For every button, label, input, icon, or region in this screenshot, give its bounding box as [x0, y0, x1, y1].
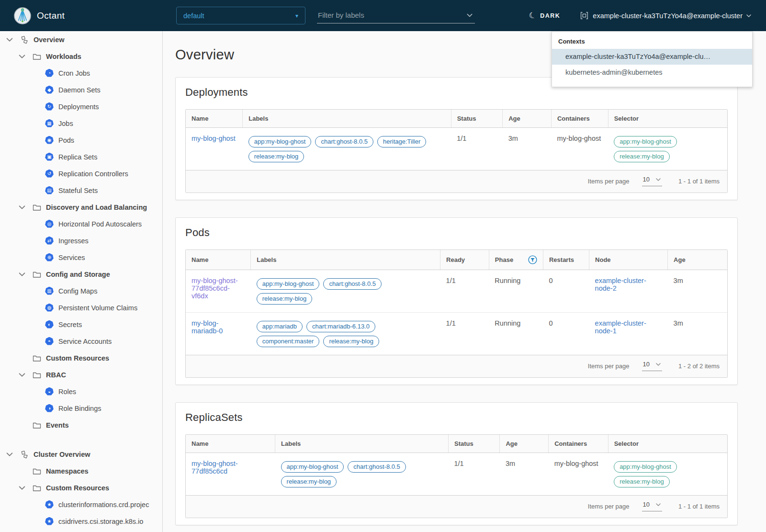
- sidebar-item-replica-sets[interactable]: Replica Sets: [0, 148, 162, 165]
- sidebar-item-custom-resources-cluster[interactable]: Custom Resources: [0, 479, 162, 496]
- node-link[interactable]: example-cluster-node-2: [595, 277, 646, 292]
- deployment-name-link[interactable]: my-blog-ghost: [192, 135, 236, 142]
- sidebar-item-config-maps[interactable]: Config Maps: [0, 283, 162, 299]
- sidebar-item-jobs[interactable]: Jobs: [0, 115, 162, 132]
- sidebar-item-cluster-overview[interactable]: Cluster Overview: [0, 446, 162, 463]
- sidebar-item-custom-resources[interactable]: Custom Resources: [0, 350, 162, 366]
- sidebar-item-workloads[interactable]: Workloads: [0, 48, 162, 65]
- chevron-down-icon[interactable]: [18, 271, 26, 278]
- sidebar-item-service-accounts[interactable]: Service Accounts: [0, 333, 162, 350]
- sidebar-item-replication-controllers[interactable]: Replication Controllers: [0, 165, 162, 182]
- containers-cell: my-blog-ghost: [551, 128, 608, 170]
- node-link[interactable]: example-cluster-node-1: [595, 319, 646, 335]
- sidebar-item-overview[interactable]: Overview: [0, 31, 162, 48]
- sidebar-item-discovery-and-load-balancing[interactable]: Discovery and Load Balancing: [0, 199, 162, 215]
- sidebar-item-secrets[interactable]: Secrets: [0, 316, 162, 333]
- section-title: Deployments: [185, 86, 728, 99]
- sidebar-item-deployments[interactable]: Deployments: [0, 98, 162, 115]
- selector-tag: release:my-blog: [614, 151, 670, 162]
- column-header: Status: [451, 110, 502, 128]
- sidebar-item-persistent-volume-claims[interactable]: Persistent Volume Claims: [0, 299, 162, 316]
- filter-icon[interactable]: [528, 255, 537, 264]
- pagination-range: 1 - 2 of 2 items: [678, 362, 720, 370]
- sidebar-item-rbac[interactable]: RBAC: [0, 366, 162, 383]
- sidebar-item-pods[interactable]: Pods: [0, 132, 162, 148]
- restarts-cell: 0: [543, 270, 589, 313]
- roles-icon: [45, 387, 54, 396]
- theme-label: DARK: [540, 12, 560, 19]
- deployments-table: Name Labels Status Age Containers Select…: [185, 109, 728, 193]
- sidebar-item-cron-jobs[interactable]: Cron Jobs: [0, 65, 162, 81]
- chevron-down-icon[interactable]: [6, 451, 13, 458]
- pagination-range: 1 - 1 of 1 items: [678, 178, 720, 185]
- items-per-page-select[interactable]: 10: [642, 176, 662, 186]
- replicaset-name-link[interactable]: my-blog-ghost-77df85c6cd: [192, 460, 238, 475]
- sidebar-item-daemon-sets[interactable]: Daemon Sets: [0, 81, 162, 98]
- pagination: Items per page 10 1 - 1 of 1 items: [186, 170, 727, 192]
- chevron-down-icon[interactable]: [18, 371, 26, 379]
- configmaps-icon: [45, 287, 54, 295]
- label-tag: chart:mariadb-6.13.0: [306, 321, 375, 332]
- column-header: Restarts: [543, 250, 589, 270]
- column-header: Phase: [489, 250, 543, 270]
- items-per-page-select[interactable]: 10: [642, 361, 662, 371]
- sidebar-item-csidrivers[interactable]: csidrivers.csi.storage.k8s.io: [0, 513, 162, 530]
- column-header: Selector: [608, 435, 727, 453]
- sidebar-item-role-bindings[interactable]: Role Bindings: [0, 400, 162, 417]
- column-header: Age: [668, 250, 727, 270]
- table-header-row: Name Labels Ready Phase Restarts Node Ag…: [186, 250, 727, 270]
- replicasets-table: Name Labels Status Age Containers Select…: [185, 434, 728, 518]
- pod-name-link[interactable]: my-blog-ghost-77df85c6cd-vf6dx: [192, 277, 238, 300]
- items-per-page-select[interactable]: 10: [642, 501, 662, 511]
- chevron-down-icon[interactable]: [6, 36, 13, 44]
- services-icon: [45, 253, 54, 262]
- chevron-down-icon[interactable]: [466, 12, 473, 19]
- ingresses-icon: [45, 237, 54, 245]
- pagination-range: 1 - 1 of 1 items: [678, 503, 720, 510]
- header-bar: Octant default ▾ ☾ DARK example-cluster-…: [0, 0, 766, 31]
- selector-tag: app:my-blog-ghost: [614, 136, 677, 147]
- column-header: Containers: [551, 110, 608, 128]
- label-tag: heritage:Tiller: [377, 136, 426, 147]
- items-per-page-label: Items per page: [588, 362, 630, 370]
- sidebar-item-config-and-storage[interactable]: Config and Storage: [0, 266, 162, 283]
- column-header: Name: [186, 110, 243, 128]
- context-option-selected[interactable]: example-cluster-ka3TuTzYo4a@example-clu…: [552, 49, 752, 65]
- folder-icon: [33, 52, 41, 61]
- column-header: Name: [186, 250, 251, 270]
- sidebar-item-events[interactable]: Events: [0, 417, 162, 433]
- label-tag: release:my-blog: [248, 151, 304, 162]
- ready-cell: 1/1: [440, 270, 489, 313]
- statefulsets-icon: [45, 186, 54, 195]
- folder-icon: [33, 354, 41, 362]
- label-tag: app:my-blog-ghost: [248, 136, 312, 147]
- chevron-down-icon[interactable]: [18, 53, 26, 60]
- column-header: Selector: [608, 110, 727, 128]
- chevron-down-icon[interactable]: [18, 484, 26, 492]
- age-cell: 3m: [668, 313, 727, 355]
- context-selector[interactable]: example-cluster-ka3TuTzYo4a@example-clus…: [580, 11, 752, 20]
- context-label: example-cluster-ka3TuTzYo4a@example-clus…: [593, 12, 743, 20]
- label-tag: chart:ghost-8.0.5: [348, 461, 406, 473]
- sidebar-item-ingresses[interactable]: Ingresses: [0, 232, 162, 249]
- dark-mode-toggle[interactable]: ☾ DARK: [529, 11, 560, 21]
- sidebar-item-namespaces[interactable]: Namespaces: [0, 463, 162, 479]
- pods-icon: [45, 136, 54, 145]
- containers-cell: my-blog-ghost: [549, 453, 608, 496]
- app-title: Octant: [37, 11, 65, 21]
- sidebar-item-clusterinformations[interactable]: clusterinformations.crd.projec: [0, 496, 162, 513]
- column-header: Labels: [243, 110, 451, 128]
- filter-by-labels-input[interactable]: [317, 8, 475, 23]
- sidebar-item-roles[interactable]: Roles: [0, 383, 162, 400]
- sidebar-item-services[interactable]: Services: [0, 249, 162, 266]
- selector-tag: app:my-blog-ghost: [614, 461, 677, 473]
- column-header: Age: [503, 110, 552, 128]
- chevron-down-icon[interactable]: [18, 204, 26, 211]
- sidebar-item-horizontal-pod-autoscalers[interactable]: Horizontal Pod Autoscalers: [0, 215, 162, 232]
- overview-icon: [20, 450, 29, 459]
- pod-name-link[interactable]: my-blog-mariadb-0: [192, 319, 223, 335]
- namespace-select[interactable]: default ▾: [176, 7, 305, 24]
- label-tag: release:my-blog: [281, 476, 337, 487]
- sidebar-item-stateful-sets[interactable]: Stateful Sets: [0, 182, 162, 199]
- context-option[interactable]: kubernetes-admin@kubernetes: [552, 65, 752, 80]
